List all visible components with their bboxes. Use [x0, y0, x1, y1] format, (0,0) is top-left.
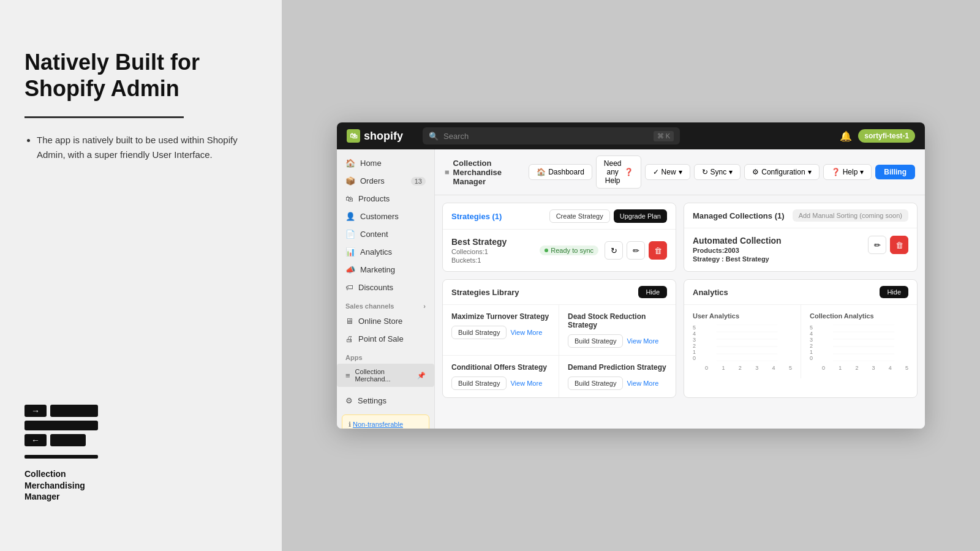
delete-strategy-btn[interactable]: 🗑 [649, 241, 667, 260]
library-hide-btn[interactable]: Hide [638, 286, 667, 298]
content-area: ≡ Collection Merchandise Manager 🏠 Dashb… [435, 149, 925, 429]
build-strategy-btn-3[interactable]: Build Strategy [568, 377, 623, 390]
search-placeholder: Search [443, 132, 469, 141]
view-more-btn-0[interactable]: View More [510, 329, 542, 336]
user-analytics-section: User Analytics 543210 [684, 305, 801, 378]
orders-badge: 13 [411, 177, 426, 186]
edit-collection-btn[interactable]: ✏ [868, 236, 886, 254]
sidebar-item-point-of-sale[interactable]: 🖨 Point of Sale [337, 330, 434, 348]
online-store-icon: 🖥 [345, 317, 353, 326]
search-icon: 🔍 [429, 132, 439, 141]
collection-action-btns: ✏ 🗑 [868, 236, 908, 254]
collection-info: Automated Collection Products:2003 Strat… [693, 236, 782, 263]
config-btn[interactable]: ⚙ Configuration ▾ [744, 164, 819, 180]
build-strategy-btn-1[interactable]: Build Strategy [568, 334, 623, 348]
library-item-btns-2: Build Strategy View More [451, 377, 550, 390]
add-manual-sorting-btn[interactable]: Add Manual Sorting (coming soon) [793, 209, 908, 222]
admin-window: 🛍 shopify 🔍 Search ⌘ K 🔔 sortyfi-test-1 … [337, 122, 925, 429]
sidebar-item-app[interactable]: ≡ Collection Merchand... 📌 [337, 364, 434, 387]
edit-strategy-btn[interactable]: ✏ [627, 241, 645, 260]
home-icon: 🏠 [345, 159, 355, 168]
sidebar-item-content[interactable]: 📄 Content [337, 225, 434, 243]
logo-label: Collection Merchandising Manager [24, 468, 85, 502]
warning-link[interactable]: Non-transferable Checkout and Customer A… [349, 421, 421, 429]
new-btn[interactable]: ✓ New ▾ [645, 164, 690, 180]
sidebar-item-orders[interactable]: 📦 Orders 13 [337, 172, 434, 190]
library-title: Strategies Library [451, 288, 519, 297]
left-panel: Natively Built for Shopify Admin The app… [0, 0, 282, 551]
library-item-btns-3: Build Strategy View More [568, 377, 667, 390]
dashboard-icon: 🏠 [537, 168, 546, 176]
user-badge[interactable]: sortyfi-test-1 [858, 129, 915, 143]
analytics-header: Analytics Hide [684, 280, 917, 305]
sidebar-item-marketing[interactable]: 📣 Marketing [337, 261, 434, 279]
strategy-buckets: Buckets:1 [451, 257, 533, 264]
build-strategy-btn-0[interactable]: Build Strategy [451, 326, 507, 339]
help-btn[interactable]: Need any Help ❓ [596, 156, 641, 189]
sync-icon: ↻ [702, 168, 708, 176]
shopify-bag-icon: 🛍 [347, 129, 360, 143]
orders-icon: 📦 [345, 176, 355, 186]
main-heading: Natively Built for Shopify Admin [24, 49, 257, 102]
library-item-0: Maximize Turnover Strategy Build Strateg… [443, 305, 559, 356]
strategy-action-btns: ↻ ✏ 🗑 [605, 241, 667, 260]
analytics-panel: Analytics Hide User Analytics 543210 [684, 279, 918, 398]
view-more-btn-2[interactable]: View More [510, 380, 542, 387]
strategies-panel: Strategies (1) Create Strategy Upgrade P… [442, 203, 676, 272]
collections-panel-title: Managed Collections (1) [693, 211, 785, 220]
strategies-library-panel: Strategies Library Hide Maximize Turnove… [442, 279, 676, 398]
strategy-name: Best Strategy [451, 237, 533, 247]
search-bar[interactable]: 🔍 Search ⌘ K [423, 127, 680, 144]
delete-collection-btn[interactable]: 🗑 [890, 236, 908, 254]
top-panels-grid: Strategies (1) Create Strategy Upgrade P… [435, 195, 925, 279]
strategies-panel-header: Strategies (1) Create Strategy Upgrade P… [443, 203, 676, 230]
help-icon: ❓ [624, 168, 633, 176]
content-header-nav: ≡ Collection Merchandise Manager [445, 159, 524, 186]
sidebar-item-customers[interactable]: 👤 Customers [337, 208, 434, 225]
collection-name: Automated Collection [693, 236, 782, 246]
main-layout: 🏠 Home 📦 Orders 13 🛍 Products 👤 Customer… [337, 149, 925, 429]
analytics-title: Analytics [693, 288, 728, 297]
collections-panel: Managed Collections (1) Add Manual Sorti… [684, 203, 918, 272]
create-strategy-btn[interactable]: Create Strategy [549, 209, 610, 223]
sidebar-item-discounts[interactable]: 🏷 Discounts [337, 279, 434, 296]
collections-panel-actions: Add Manual Sorting (coming soon) [793, 209, 908, 222]
app-icon: ≡ [345, 371, 350, 380]
logo-area: → ← Collection Merchandising Manager [24, 405, 257, 502]
analytics-hide-btn[interactable]: Hide [880, 286, 908, 298]
marketing-icon: 📣 [345, 265, 355, 274]
sidebar-item-online-store[interactable]: 🖥 Online Store [337, 312, 434, 330]
library-item-name-2: Conditional Offers Strategy [451, 363, 550, 372]
app-menu-icon: ≡ [445, 168, 450, 177]
help-top-btn[interactable]: ❓ Help ▾ [823, 164, 872, 180]
bell-icon[interactable]: 🔔 [840, 130, 852, 142]
top-nav: 🛍 shopify 🔍 Search ⌘ K 🔔 sortyfi-test-1 [337, 122, 925, 149]
checkmark-icon: ✓ [653, 168, 659, 176]
library-item-btns-1: Build Strategy View More [568, 334, 667, 348]
sidebar-item-analytics[interactable]: 📊 Analytics [337, 243, 434, 261]
dashboard-btn[interactable]: 🏠 Dashboard [529, 164, 592, 180]
help-top-icon: ❓ [831, 168, 840, 176]
sales-channels-section: Sales channels › [337, 296, 434, 312]
sidebar-item-products[interactable]: 🛍 Products [337, 190, 434, 208]
collections-panel-header: Managed Collections (1) Add Manual Sorti… [684, 203, 917, 228]
sync-strategy-btn[interactable]: ↻ [605, 241, 623, 260]
bottom-row: Strategies Library Hide Maximize Turnove… [435, 279, 925, 405]
analytics-icon: 📊 [345, 247, 355, 257]
status-dot [545, 249, 548, 252]
sidebar-item-settings[interactable]: ⚙ Settings [337, 392, 434, 410]
pos-icon: 🖨 [345, 334, 353, 343]
sync-btn[interactable]: ↻ Sync ▾ [694, 164, 741, 180]
customers-icon: 👤 [345, 212, 355, 221]
sidebar-item-home[interactable]: 🏠 Home [337, 154, 434, 172]
library-grid: Maximize Turnover Strategy Build Strateg… [443, 305, 676, 397]
strategy-collections: Collecions:1 [451, 248, 533, 255]
billing-btn[interactable]: Billing [875, 165, 915, 179]
build-strategy-btn-2[interactable]: Build Strategy [451, 377, 507, 390]
view-more-btn-3[interactable]: View More [627, 380, 658, 387]
strategies-panel-actions: Create Strategy Upgrade Plan [549, 209, 667, 223]
upgrade-plan-btn[interactable]: Upgrade Plan [614, 209, 667, 223]
settings-icon: ⚙ [345, 396, 353, 405]
content-icon: 📄 [345, 230, 355, 239]
view-more-btn-1[interactable]: View More [627, 337, 658, 345]
